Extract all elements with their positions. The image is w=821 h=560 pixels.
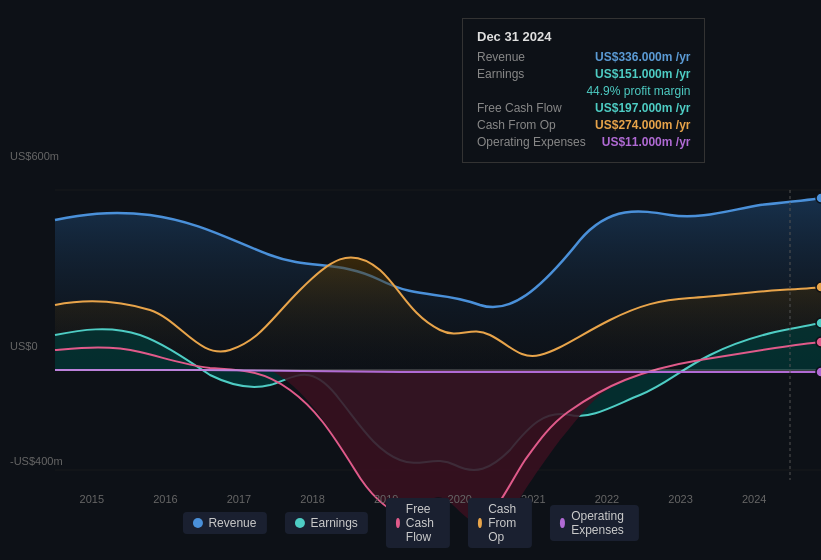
tooltip-revenue-row: Revenue US$336.000m /yr (477, 50, 690, 64)
legend: Revenue Earnings Free Cash Flow Cash Fro… (182, 498, 638, 548)
revenue-value: US$336.000m /yr (595, 50, 690, 64)
fcf-label: Free Cash Flow (477, 101, 562, 115)
cashop-legend-label: Cash From Op (488, 502, 522, 544)
svg-point-5 (816, 193, 821, 203)
opex-legend-label: Operating Expenses (571, 509, 628, 537)
x-label-2015: 2015 (80, 493, 104, 505)
svg-point-6 (816, 282, 821, 292)
opex-dot (560, 518, 565, 528)
fcf-legend-label: Free Cash Flow (406, 502, 440, 544)
tooltip-date: Dec 31 2024 (477, 29, 690, 44)
revenue-label: Revenue (477, 50, 525, 64)
opex-label: Operating Expenses (477, 135, 586, 149)
tooltip-cashop-row: Cash From Op US$274.000m /yr (477, 118, 690, 132)
earnings-legend-label: Earnings (310, 516, 357, 530)
x-label-2023: 2023 (668, 493, 692, 505)
svg-point-7 (816, 318, 821, 328)
svg-point-9 (816, 367, 821, 377)
tooltip-fcf-row: Free Cash Flow US$197.000m /yr (477, 101, 690, 115)
legend-opex[interactable]: Operating Expenses (550, 505, 639, 541)
chart-svg (0, 160, 821, 520)
fcf-dot (396, 518, 400, 528)
x-label-2016: 2016 (153, 493, 177, 505)
revenue-dot (192, 518, 202, 528)
cashop-dot (478, 518, 482, 528)
legend-cashop[interactable]: Cash From Op (468, 498, 532, 548)
profit-margin-row: 44.9% profit margin (477, 84, 690, 98)
cashop-value: US$274.000m /yr (595, 118, 690, 132)
legend-revenue[interactable]: Revenue (182, 512, 266, 534)
tooltip-opex-row: Operating Expenses US$11.000m /yr (477, 135, 690, 149)
earnings-value: US$151.000m /yr (595, 67, 690, 81)
opex-value: US$11.000m /yr (602, 135, 691, 149)
legend-earnings[interactable]: Earnings (284, 512, 367, 534)
legend-fcf[interactable]: Free Cash Flow (386, 498, 450, 548)
tooltip-earnings-row: Earnings US$151.000m /yr (477, 67, 690, 81)
earnings-label: Earnings (477, 67, 524, 81)
x-label-2024: 2024 (742, 493, 766, 505)
svg-point-8 (816, 337, 821, 347)
cashop-label: Cash From Op (477, 118, 556, 132)
earnings-dot (294, 518, 304, 528)
fcf-value: US$197.000m /yr (595, 101, 690, 115)
revenue-legend-label: Revenue (208, 516, 256, 530)
tooltip-card: Dec 31 2024 Revenue US$336.000m /yr Earn… (462, 18, 705, 163)
